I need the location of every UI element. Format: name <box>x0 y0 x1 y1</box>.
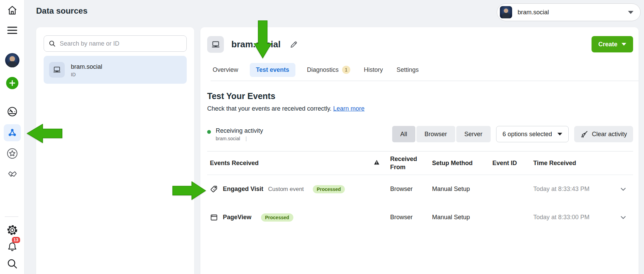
learn-more-link[interactable]: Learn more <box>333 105 365 112</box>
event-name: Engaged Visit <box>223 186 263 193</box>
source-segment-control: All Browser Server <box>392 126 491 142</box>
search-input[interactable] <box>60 40 182 47</box>
col-setup-method: Setup Method <box>432 159 492 167</box>
event-name: PageView <box>223 214 251 221</box>
account-avatar <box>500 6 512 18</box>
rail-search-icon[interactable] <box>6 258 18 270</box>
home-icon[interactable] <box>7 5 18 16</box>
filters: All Browser Server 6 options selected Cl… <box>392 126 633 142</box>
col-received-from: Received From <box>390 155 421 171</box>
data-source-list-item[interactable]: bram.social ID <box>44 56 187 84</box>
notification-count-badge: 13 <box>12 237 20 243</box>
create-button[interactable]: Create <box>592 36 633 52</box>
section-description: Check that your events are received corr… <box>207 105 633 112</box>
left-nav-rail: 13 <box>0 0 25 274</box>
options-dropdown-label: 6 options selected <box>503 131 552 138</box>
data-sources-panel: bram.social ID <box>36 27 194 274</box>
col-time-received: Time Received <box>533 159 613 167</box>
sidebar-item-data-sources[interactable] <box>4 124 21 141</box>
search-box <box>44 35 187 52</box>
page-title: Data sources <box>36 6 88 16</box>
activity-bar: Receiving activity bram.social | All Bro… <box>207 126 633 142</box>
menu-icon[interactable] <box>7 26 18 35</box>
settings-gear-icon[interactable] <box>6 224 18 236</box>
tab-label: Settings <box>397 66 419 74</box>
account-selector-dropdown[interactable]: bram.social <box>497 3 641 21</box>
data-source-id-label: ID <box>71 72 102 77</box>
tab-label: History <box>364 66 383 74</box>
tab-test-events[interactable]: Test events <box>250 63 295 77</box>
window-icon <box>210 213 218 222</box>
section-heading: Test Your Events <box>207 91 633 101</box>
expand-chevron-icon[interactable] <box>620 214 626 221</box>
notifications-bell[interactable]: 13 <box>6 241 18 253</box>
segment-browser[interactable]: Browser <box>416 126 455 142</box>
pixel-laptop-icon-large <box>207 36 224 53</box>
cell-setup-method: Manual Setup <box>432 214 492 221</box>
cell-time-received: Today at 8:33:43 PM <box>533 186 613 193</box>
event-type-label: Custom event <box>268 186 304 193</box>
tab-settings[interactable]: Settings <box>395 63 421 77</box>
partners-handshake-icon[interactable] <box>6 169 18 180</box>
chevron-down-icon <box>628 11 633 14</box>
dashboard-gauge-icon[interactable] <box>7 106 18 117</box>
data-source-name: bram.social <box>71 63 102 71</box>
account-name: bram.social <box>518 9 623 16</box>
cell-setup-method: Manual Setup <box>432 186 492 193</box>
events-table: Events Received Received From Setup Meth… <box>207 151 633 231</box>
status-badge: Processed <box>261 213 293 222</box>
pixel-laptop-icon <box>49 62 65 78</box>
warning-icon[interactable] <box>374 160 380 166</box>
clear-activity-button[interactable]: Clear activity <box>574 126 633 142</box>
description-text: Check that your events are received corr… <box>207 105 333 112</box>
profile-avatar[interactable] <box>5 53 19 67</box>
main-panel: bram.social Create Overview Test events … <box>200 27 639 274</box>
tutorial-arrow-left-icon <box>27 124 63 143</box>
quality-star-icon[interactable] <box>6 148 18 159</box>
table-row[interactable]: Engaged Visit Custom event Processed Bro… <box>207 175 633 203</box>
tab-overview[interactable]: Overview <box>211 63 240 77</box>
receiving-activity-title: Receiving activity <box>216 127 263 134</box>
plus-icon <box>6 77 18 89</box>
data-sources-icon <box>7 128 17 138</box>
source-name: bram.social <box>216 136 240 141</box>
avatar-photo <box>5 53 19 67</box>
tutorial-arrow-right-icon <box>172 181 206 200</box>
chevron-down-icon <box>557 133 562 135</box>
cell-time-received: Today at 8:33:00 PM <box>533 214 613 221</box>
receiving-activity: Receiving activity bram.social | <box>207 127 263 141</box>
tab-label: Test events <box>256 66 289 74</box>
clear-activity-label: Clear activity <box>592 131 627 138</box>
segment-all[interactable]: All <box>392 126 415 142</box>
tab-label: Overview <box>213 66 238 74</box>
broom-icon <box>580 130 588 138</box>
tab-diagnostics[interactable]: Diagnostics 1 <box>305 62 352 77</box>
edit-pencil-icon[interactable] <box>290 41 298 49</box>
col-event-id: Event ID <box>492 159 533 167</box>
options-dropdown[interactable]: 6 options selected <box>496 126 569 142</box>
table-row[interactable]: PageView Processed Browser Manual Setup … <box>207 203 633 231</box>
table-header-row: Events Received Received From Setup Meth… <box>207 151 633 175</box>
receiving-activity-source: bram.social | <box>216 136 263 141</box>
caret-down-icon <box>622 43 626 46</box>
create-plus-button[interactable] <box>6 77 18 89</box>
search-icon <box>49 40 56 47</box>
cell-received-from: Browser <box>390 214 432 221</box>
status-badge: Processed <box>313 185 345 193</box>
pixel-tabs: Overview Test events Diagnostics 1 Histo… <box>211 62 639 81</box>
segment-server[interactable]: Server <box>456 126 491 142</box>
activity-status-dot <box>207 130 211 134</box>
col-events-received: Events Received <box>207 159 372 167</box>
tutorial-arrow-down-icon <box>254 20 272 59</box>
tag-icon <box>210 185 218 193</box>
tab-label: Diagnostics <box>307 66 339 74</box>
create-button-label: Create <box>598 41 617 48</box>
separator: | <box>246 136 247 141</box>
diagnostics-count-badge: 1 <box>342 66 350 74</box>
events-manager-window: 13 Data sources bram.social bram.social … <box>0 0 644 274</box>
test-events-content: Test Your Events Check that your events … <box>207 81 633 231</box>
cell-received-from: Browser <box>390 186 432 193</box>
tab-history[interactable]: History <box>362 63 385 77</box>
expand-chevron-icon[interactable] <box>620 186 626 192</box>
rail-divider <box>5 216 18 217</box>
